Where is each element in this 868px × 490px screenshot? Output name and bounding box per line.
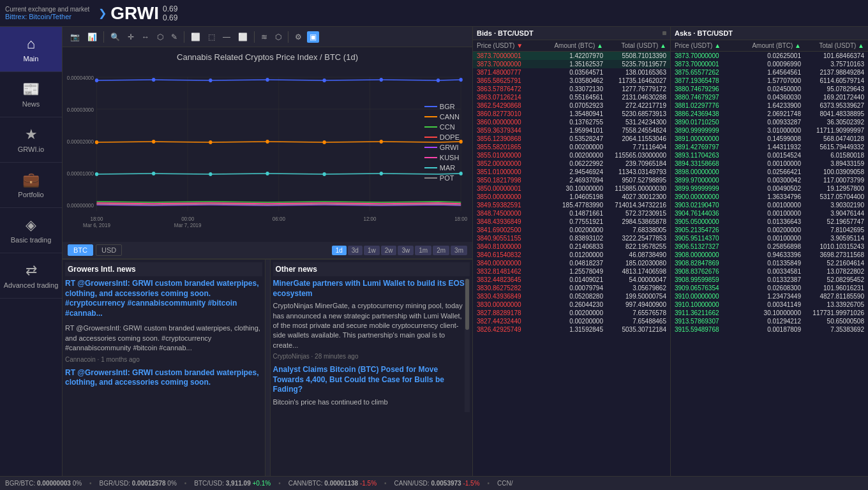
- bids-row[interactable]: 3859.36379344 1.95994101 7558.24554824: [473, 126, 670, 135]
- tf-1d[interactable]: 1d: [332, 246, 347, 255]
- sidebar-item-main[interactable]: ⌂ Main: [0, 27, 62, 72]
- toolbar-zoom[interactable]: 🔍: [108, 31, 123, 43]
- bids-row[interactable]: 3873.70000000 1.35162537 5235.79119577: [473, 60, 670, 68]
- asks-row[interactable]: 3906.51327327 0.25856898 1010.10315243: [671, 242, 868, 251]
- bids-row[interactable]: 3840.61540832 0.01200000 46.08738490: [473, 251, 670, 259]
- toolbar-screenshot[interactable]: 📷: [68, 31, 82, 43]
- tf-3w[interactable]: 3w: [398, 246, 414, 255]
- tf-2m[interactable]: 2m: [433, 246, 449, 255]
- sidebar-item-advanced-trading[interactable]: ⇄ Advanced trading: [0, 253, 62, 299]
- asks-row[interactable]: 3890.99999999 3.01000000 11711.90999997: [671, 126, 868, 135]
- asks-row[interactable]: 3908.82847869 0.01335849 52.21604614: [671, 259, 868, 267]
- toolbar-chart-type[interactable]: 📊: [85, 31, 100, 43]
- bids-row[interactable]: 3830.00000000 0.26044230 997.49400900: [473, 301, 670, 309]
- bids-row[interactable]: 3848.74500000 0.14871661 572.37230915: [473, 209, 670, 218]
- asks-row[interactable]: 3910.00000000 1.23473449 4827.81185590: [671, 292, 868, 301]
- toolbar-rect[interactable]: ⬜: [188, 31, 203, 43]
- growers-news-title-1[interactable]: RT @GrowersIntl: GRWI custom branded wat…: [65, 279, 262, 318]
- bids-row[interactable]: 3850.00000001 30.10000000 115885.0000003…: [473, 184, 670, 193]
- sidebar-item-portfolio[interactable]: 💼 Portfolio: [0, 163, 62, 208]
- asks-row[interactable]: 3911.36211662 30.10000000 117731.9997102…: [671, 309, 868, 317]
- asks-row[interactable]: 3909.06576354 0.02608300 101.96016231: [671, 284, 868, 292]
- asks-row[interactable]: 3900.00000000 1.36334796 5317.05704400: [671, 193, 868, 201]
- bids-row[interactable]: 3860.82773010 1.35480941 5230.68573913: [473, 110, 670, 118]
- toolbar-fib[interactable]: ⬜: [236, 31, 250, 43]
- tf-3d[interactable]: 3d: [348, 246, 363, 255]
- asks-row[interactable]: 3905.95114370 0.00100000 3.90595114: [671, 234, 868, 242]
- bids-row[interactable]: 3855.01000000 0.00200000 115565.03000000: [473, 151, 670, 160]
- asks-row[interactable]: 3881.02297776 1.64233900 6373.95339627: [671, 101, 868, 110]
- asks-row[interactable]: 3908.83762676 0.00334581 13.07822802: [671, 267, 868, 276]
- bids-row[interactable]: 3863.57876472 0.33072130 1277.76779172: [473, 85, 670, 93]
- asks-row[interactable]: 3905.05000000 0.01336643 52.19657747: [671, 218, 868, 226]
- bids-row[interactable]: 3840.90551155 0.83893102 3222.25477853: [473, 234, 670, 242]
- asks-row[interactable]: 3905.21354726 0.00200000 7.81042695: [671, 226, 868, 234]
- asks-row[interactable]: 3891.00000000 0.14599008 568.04740128: [671, 135, 868, 143]
- asks-row[interactable]: 3915.59489768 0.00187809 7.35383692: [671, 325, 868, 334]
- bids-row[interactable]: 3848.43936849 0.77551921 2984.53865878: [473, 218, 670, 226]
- asks-row[interactable]: 3877.19365478 1.57707000 6114.60579714: [671, 77, 868, 85]
- bids-row[interactable]: 3826.42925749 1.31592845 5035.30712184: [473, 325, 670, 334]
- tf-2w[interactable]: 2w: [381, 246, 397, 255]
- usd-tab[interactable]: USD: [96, 244, 122, 256]
- toolbar-active-btn[interactable]: ▣: [307, 31, 319, 43]
- bids-row[interactable]: 3840.81000000 0.21406833 822.19578255: [473, 242, 670, 251]
- bids-row[interactable]: 3851.01000000 2.94546924 11343.03149793: [473, 168, 670, 176]
- toolbar-indicator[interactable]: ≋: [258, 31, 270, 43]
- asks-row[interactable]: 3875.65577262 1.64564561 2137.98849284: [671, 68, 868, 77]
- asks-row[interactable]: 3880.74679296 0.02450000 95.07829643: [671, 85, 868, 93]
- bids-row[interactable]: 3873.70000001 1.42207970 5508.71013390: [473, 52, 670, 60]
- bids-row[interactable]: 3830.43936849 0.05208280 199.50000754: [473, 292, 670, 301]
- toolbar-settings[interactable]: ⚙: [292, 31, 304, 43]
- toolbar-crosshair[interactable]: ✛: [125, 31, 137, 43]
- bids-row[interactable]: 3850.00000000 1.04605198 4027.30012300: [473, 193, 670, 201]
- other-news-title-1[interactable]: MinerGate partners with Lumi Wallet to b…: [273, 279, 465, 299]
- asks-row[interactable]: 3886.24369438 2.06921748 8041.48338895: [671, 110, 868, 118]
- bids-row[interactable]: 3840.00000000 0.04818237 185.02030080: [473, 259, 670, 267]
- asks-row[interactable]: 3873.70000000 0.02625001 101.68466374: [671, 52, 868, 60]
- bids-row[interactable]: 3830.86275282 0.00079794 3.05679862: [473, 284, 670, 292]
- other-news-title-2[interactable]: Analyst Claims Bitcoin (BTC) Posed for M…: [273, 365, 465, 395]
- asks-row[interactable]: 3894.33158668 0.00100000 3.89433159: [671, 160, 868, 168]
- bids-row[interactable]: 3827.88289178 0.00200000 7.65576578: [473, 309, 670, 317]
- asks-row[interactable]: 3899.97000000 0.00300042 117.00073799: [671, 176, 868, 184]
- bids-row[interactable]: 3827.44232440 0.00200000 7.65488465: [473, 317, 670, 325]
- toolbar-text[interactable]: ✎: [168, 31, 180, 43]
- bids-row[interactable]: 3865.58625791 3.03580462 11735.16462027: [473, 77, 670, 85]
- asks-row[interactable]: 3908.99599859 0.01332387 52.08295452: [671, 276, 868, 284]
- sidebar-item-basic-trading[interactable]: ◈ Basic trading: [0, 208, 62, 253]
- tf-3m[interactable]: 3m: [451, 246, 467, 255]
- bids-row[interactable]: 3860.00000000 0.13762755 531.24234300: [473, 118, 670, 126]
- bids-row[interactable]: 3871.48000777 0.03564571 138.00165363: [473, 68, 670, 77]
- asks-row[interactable]: 3880.74679297 0.04360030 169.20172440: [671, 93, 868, 101]
- asks-row[interactable]: 3904.76144036 0.00100000 3.90476144: [671, 209, 868, 218]
- bids-row[interactable]: 3832.81481462 1.25578049 4813.17406598: [473, 267, 670, 276]
- asks-row[interactable]: 3910.10000000 0.00341149 13.33926705: [671, 301, 868, 309]
- toolbar-ellipse[interactable]: ⬚: [206, 31, 218, 43]
- toolbar-compare[interactable]: ⬡: [273, 31, 284, 43]
- asks-row[interactable]: 3898.00000000 0.02566421 100.03909058: [671, 168, 868, 176]
- asks-row[interactable]: 3913.57869307 0.01294212 50.65000508: [671, 317, 868, 325]
- bids-row[interactable]: 3841.69002500 0.00200000 7.68338005: [473, 226, 670, 234]
- growers-news-title-3[interactable]: RT @GrowersIntl: GRWI custom branded wat…: [65, 368, 262, 388]
- asks-row[interactable]: 3903.02190470 0.00100000 3.90302190: [671, 201, 868, 209]
- asks-row[interactable]: 3890.01710250 0.00933287 36.30502392: [671, 118, 868, 126]
- toolbar-measure[interactable]: ↔: [139, 31, 152, 43]
- asks-row[interactable]: 3893.11704263 0.00154524 6.01580018: [671, 151, 868, 160]
- asks-row[interactable]: 3899.99999999 0.00490502 19.12957800: [671, 184, 868, 193]
- sidebar-item-grwi[interactable]: ★ GRWI.io: [0, 117, 62, 163]
- bids-row[interactable]: 3852.00000000 0.06222992 239.70965184: [473, 160, 670, 168]
- asks-row[interactable]: 3873.70000001 0.00096990 3.75710163: [671, 60, 868, 68]
- btc-tab[interactable]: BTC: [68, 244, 93, 256]
- bids-row[interactable]: 3863.07126214 0.55164561 2131.04630288: [473, 93, 670, 101]
- bids-row[interactable]: 3849.59382591 185.47783990 714014.347322…: [473, 201, 670, 209]
- sidebar-item-news[interactable]: 📰 News: [0, 72, 62, 117]
- bids-row[interactable]: 3850.18217998 2.46937094 9507.52798895: [473, 176, 670, 184]
- tf-1m[interactable]: 1m: [415, 246, 431, 255]
- toolbar-line[interactable]: —: [220, 31, 233, 43]
- asks-row[interactable]: 3908.00000000 0.94633396 3698.27311568: [671, 251, 868, 259]
- tf-1w[interactable]: 1w: [364, 246, 380, 255]
- asks-row[interactable]: 3891.42769797 1.44311932 5615.79449332: [671, 143, 868, 151]
- toolbar-draw[interactable]: ⬡: [154, 31, 166, 43]
- bids-row[interactable]: 3832.44823645 0.01409021 54.00000047: [473, 276, 670, 284]
